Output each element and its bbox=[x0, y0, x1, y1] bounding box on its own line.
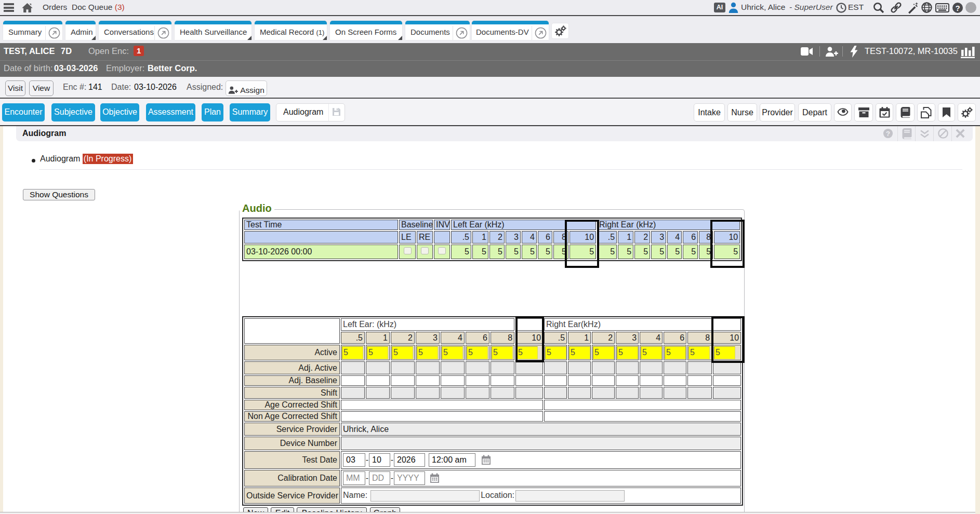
svg-text:?: ? bbox=[955, 4, 960, 12]
svg-text:?: ? bbox=[886, 130, 890, 138]
